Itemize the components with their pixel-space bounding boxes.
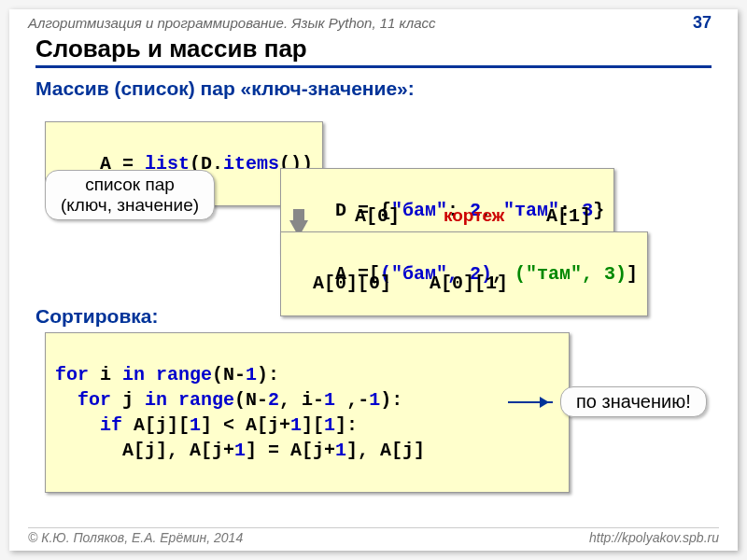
footer-copyright: © К.Ю. Поляков, Е.А. Ерёмин, 2014 xyxy=(28,530,243,545)
code-box-4: for i in range(N-1): for j in range(N-2,… xyxy=(45,332,570,493)
callout-list-of-pairs: список пар (ключ, значение) xyxy=(45,170,215,220)
slide-title: Словарь и массив пар xyxy=(35,35,712,68)
course-title: Алгоритмизация и программирование. Язык … xyxy=(28,15,436,31)
footer-url: http://kpolyakov.spb.ru xyxy=(589,530,719,545)
callout-line-1: список пар xyxy=(85,175,175,194)
slide: Алгоритмизация и программирование. Язык … xyxy=(9,9,738,551)
callout-by-value: по значению! xyxy=(560,386,707,417)
section-1-heading: Массив (список) пар «ключ-значение»: xyxy=(35,77,738,100)
label-a01: A[0][1] xyxy=(430,273,508,294)
arrow-right-icon xyxy=(508,401,553,403)
label-a1: A[1] xyxy=(546,205,591,227)
label-a00: A[0][0] xyxy=(313,273,391,294)
page-number: 37 xyxy=(693,13,712,33)
label-a0: A[0] xyxy=(355,205,400,227)
label-tuple: кортеж xyxy=(444,205,504,226)
slide-footer: © К.Ю. Поляков, Е.А. Ерёмин, 2014 http:/… xyxy=(28,527,719,545)
slide-header: Алгоритмизация и программирование. Язык … xyxy=(9,9,738,35)
callout-line-2: (ключ, значение) xyxy=(61,195,199,215)
